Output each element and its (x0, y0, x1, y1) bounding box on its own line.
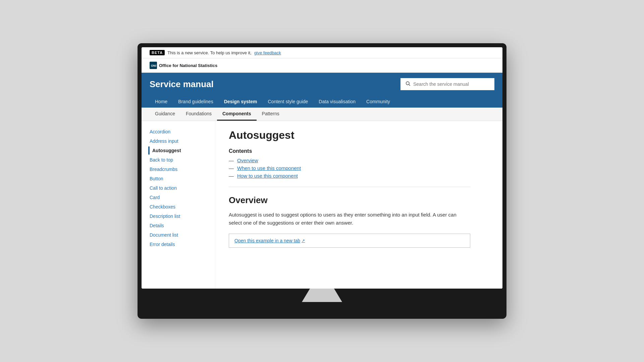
beta-banner: BETA This is a new service. To help us i… (142, 47, 502, 58)
contents-item-when-to-use[interactable]: When to use this component (229, 165, 470, 171)
sidebar-item-accordion[interactable]: Accordion (150, 128, 208, 136)
ons-logo: ONS Office for National Statistics (150, 62, 217, 69)
ons-logo-bar: ONS Office for National Statistics (142, 58, 502, 73)
overview-text: Autosuggest is used to suggest options t… (229, 211, 470, 227)
contents-item-overview[interactable]: Overview (229, 158, 470, 163)
sidebar-item-document-list[interactable]: Document list (150, 231, 208, 239)
subnav-foundations[interactable]: Foundations (180, 108, 217, 121)
svg-point-2 (406, 82, 409, 85)
external-link-icon: ↗ (302, 238, 305, 243)
sidebar-item-back-to-top[interactable]: Back to top (150, 156, 208, 164)
contents-heading: Contents (229, 148, 470, 154)
feedback-link[interactable]: give feedback (254, 50, 281, 55)
nav-item-community[interactable]: Community (361, 96, 395, 108)
beta-tag: BETA (150, 50, 165, 55)
secondary-nav: Guidance Foundations Components Patterns (142, 108, 502, 121)
overview-title: Overview (229, 195, 470, 205)
contents-list: Overview When to use this component How … (229, 158, 470, 179)
main-header: Service manual Home Bran (142, 73, 502, 108)
sidebar-item-card[interactable]: Card (150, 193, 208, 201)
sidebar-nav: Accordion Address input Autosuggest Back… (150, 128, 208, 248)
ons-logo-icon: ONS (150, 62, 157, 69)
example-box: Open this example in a new tab ↗ (229, 234, 470, 248)
sidebar-item-button[interactable]: Button (150, 175, 208, 183)
ons-logo-text: Office for National Statistics (159, 63, 217, 68)
sidebar-item-breadcrumbs[interactable]: Breadcrumbs (150, 165, 208, 173)
nav-item-design[interactable]: Design system (219, 96, 263, 108)
monitor-stand (302, 289, 342, 302)
primary-nav: Home Brand guidelines Design system Cont… (150, 96, 494, 108)
sidebar-item-error-details[interactable]: Error details (150, 240, 208, 248)
nav-item-content[interactable]: Content style guide (262, 96, 313, 108)
search-input[interactable] (413, 81, 490, 87)
nav-item-brand[interactable]: Brand guidelines (173, 96, 218, 108)
site-title[interactable]: Service manual (150, 79, 214, 89)
sidebar-item-autosuggest[interactable]: Autosuggest (148, 146, 208, 155)
nav-item-home[interactable]: Home (150, 96, 173, 108)
search-icon (405, 81, 411, 87)
sidebar: Accordion Address input Autosuggest Back… (142, 121, 215, 289)
content-area: Accordion Address input Autosuggest Back… (142, 121, 502, 289)
sidebar-item-description-list[interactable]: Description list (150, 212, 208, 220)
main-content: Autosuggest Contents Overview When to us… (215, 121, 484, 289)
beta-message: This is a new service. To help us improv… (167, 50, 251, 55)
search-box[interactable] (400, 78, 494, 90)
svg-text:ONS: ONS (151, 64, 156, 67)
sidebar-item-details[interactable]: Details (150, 222, 208, 230)
sidebar-item-address-input[interactable]: Address input (150, 137, 208, 145)
sidebar-item-checkboxes[interactable]: Checkboxes (150, 203, 208, 211)
contents-item-how-to-use[interactable]: How to use this component (229, 173, 470, 179)
sidebar-item-call-to-action[interactable]: Call to action (150, 184, 208, 192)
subnav-patterns[interactable]: Patterns (257, 108, 285, 121)
contents-box: Contents Overview When to use this compo… (229, 148, 470, 179)
subnav-guidance[interactable]: Guidance (150, 108, 180, 121)
svg-line-3 (409, 84, 410, 86)
example-link[interactable]: Open this example in a new tab ↗ (234, 238, 465, 243)
subnav-components[interactable]: Components (217, 108, 257, 121)
page-title: Autosuggest (229, 129, 470, 141)
section-divider (229, 187, 470, 187)
nav-item-data-vis[interactable]: Data visualisation (313, 96, 361, 108)
